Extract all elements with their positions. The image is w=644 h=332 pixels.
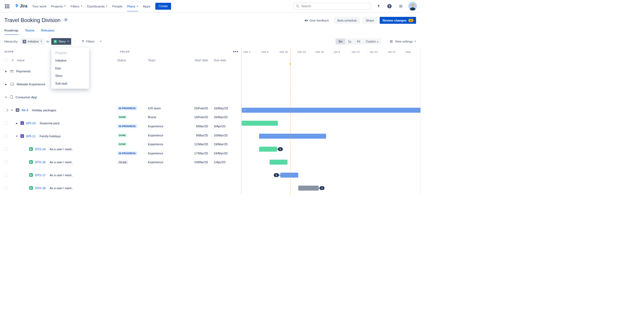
nav-your-work[interactable]: Your work — [32, 1, 47, 12]
zoom-3m[interactable]: 3m — [336, 38, 345, 44]
project-row[interactable]: ▼ Consumer App — [0, 91, 115, 104]
hierarchy-to-select[interactable]: Story ▼ — [51, 38, 71, 44]
hierarchy-from-select[interactable]: Initiative ▼ — [20, 38, 44, 44]
start-date-cell[interactable]: 17/Mar/20 — [180, 152, 212, 155]
team-cell[interactable]: Experience — [148, 152, 180, 155]
expand-icon[interactable]: ▼ — [4, 96, 8, 99]
start-date-cell[interactable]: 25/Feb/20 — [180, 107, 212, 110]
row-checkbox[interactable] — [4, 173, 8, 177]
hierarchy-option-epic[interactable]: Epic — [51, 64, 89, 72]
zoom-1y[interactable]: 1y — [345, 38, 354, 44]
search-input[interactable] — [301, 4, 368, 8]
issue-row[interactable]: STO-16 As a user I want.. — [0, 156, 115, 168]
gantt-bar[interactable] — [298, 186, 319, 191]
plan-settings-icon[interactable] — [64, 18, 68, 23]
start-date-cell[interactable]: 9/Mar/20 — [180, 134, 212, 137]
gantt-bar[interactable] — [259, 147, 277, 152]
hierarchy-option-story[interactable]: Story — [51, 72, 89, 80]
team-cell[interactable]: Experience — [148, 160, 180, 164]
status-lozenge[interactable]: IN PROGRESS — [117, 106, 137, 110]
share-button[interactable]: Share — [363, 17, 377, 24]
notifications-icon[interactable] — [375, 2, 382, 10]
due-date-cell[interactable]: 16/Mar/20 — [213, 115, 241, 119]
row-checkbox[interactable] — [4, 135, 8, 138]
hierarchy-option-sub-task[interactable]: Sub-task — [51, 80, 89, 87]
team-cell[interactable]: Brand — [148, 115, 180, 119]
issue-key[interactable]: INI-4 — [22, 109, 28, 112]
start-date-cell[interactable]: 12/Mar/20 — [180, 143, 212, 146]
row-checkbox[interactable] — [4, 147, 8, 151]
expand-icon[interactable]: ▶ — [4, 70, 8, 73]
status-lozenge[interactable]: DONE — [117, 133, 127, 137]
issue-key[interactable]: EPI-10 — [26, 122, 36, 125]
expand-icon[interactable]: ▼ — [10, 109, 14, 112]
nav-apps[interactable]: Apps — [143, 1, 150, 12]
hierarchy-option-program[interactable]: Program — [51, 49, 89, 57]
tab-teams[interactable]: Teams — [25, 27, 34, 35]
issue-key[interactable]: STO-16 — [35, 160, 46, 164]
due-date-cell[interactable]: 16/May/20 — [213, 107, 241, 110]
row-checkbox[interactable] — [4, 122, 8, 125]
issue-row[interactable]: ▶ EPI-10 Seasonal pack — [0, 117, 115, 130]
nav-filters[interactable]: Filters▼ — [71, 1, 83, 12]
status-lozenge[interactable]: IN PROGRESS — [117, 151, 137, 155]
start-date-cell[interactable]: 24/Mar/20 — [180, 160, 212, 164]
nav-projects[interactable]: Projects▼ — [51, 1, 66, 12]
status-lozenge[interactable]: DONE — [117, 142, 127, 146]
due-date-cell[interactable]: 1/Apr/20 — [213, 160, 241, 164]
zoom-custom[interactable]: Custom ▼ — [363, 38, 382, 44]
zoom-fit[interactable]: Fit — [354, 38, 363, 44]
create-button[interactable]: Create — [155, 3, 171, 10]
expand-icon[interactable]: ▼ — [15, 135, 18, 138]
issue-row[interactable]: 3▼ INI-4 Holiday packages — [0, 104, 115, 117]
search-box[interactable] — [293, 3, 371, 10]
select-all-checkbox[interactable] — [4, 59, 8, 62]
hierarchy-option-initiative[interactable]: Initiative — [51, 57, 89, 64]
user-avatar[interactable] — [408, 2, 417, 10]
nav-dashboards[interactable]: Dashboards▼ — [87, 1, 108, 12]
row-checkbox[interactable] — [4, 109, 8, 112]
view-settings-button[interactable]: View settings ▼ — [389, 38, 416, 45]
help-icon[interactable]: ? — [386, 2, 393, 10]
gantt-bar[interactable] — [280, 173, 298, 178]
issue-row[interactable]: STO-14 As a user I want.. — [0, 143, 115, 156]
due-date-cell[interactable]: 19/Mar/20 — [213, 143, 241, 146]
expand-icon[interactable]: ▶ — [15, 122, 18, 125]
gantt-bar[interactable] — [270, 160, 288, 165]
due-date-cell[interactable]: 16/Mar/20 — [213, 134, 241, 137]
gantt-bar[interactable] — [259, 134, 326, 139]
nav-people[interactable]: People — [112, 1, 123, 12]
team-cell[interactable]: Experience — [148, 125, 180, 128]
issue-row[interactable]: ▼ EPI-11 Family holidays — [0, 130, 115, 143]
start-date-cell[interactable]: 9/Mar/20 — [180, 125, 212, 128]
team-cell[interactable]: iOS team — [148, 107, 180, 110]
issue-key[interactable]: EPI-11 — [26, 135, 36, 138]
filters-button[interactable]: Filters ▼ — [79, 38, 104, 44]
dependency-badge[interactable]: 1 — [274, 173, 279, 177]
nav-plans[interactable]: Plans▼ — [127, 1, 138, 11]
row-checkbox[interactable] — [4, 160, 8, 164]
tab-roadmap[interactable]: Roadmap — [4, 27, 18, 35]
status-lozenge[interactable]: IN PROGRESS — [117, 124, 137, 128]
team-cell[interactable]: Experience — [148, 143, 180, 146]
app-switcher-icon[interactable] — [4, 2, 11, 10]
settings-icon[interactable] — [397, 2, 404, 10]
row-checkbox[interactable] — [4, 186, 8, 190]
jira-logo[interactable]: Jira — [14, 3, 28, 9]
tab-releases[interactable]: Releases — [41, 27, 54, 35]
team-cell[interactable]: Experience — [148, 134, 180, 137]
fields-more-icon[interactable]: ••• — [233, 49, 238, 54]
auto-schedule-button[interactable]: Auto-schedule — [334, 17, 360, 24]
issue-row[interactable]: STO-17 As a user I want.. — [0, 168, 115, 181]
gantt-bar[interactable]: ← — [242, 108, 421, 113]
expand-icon[interactable]: ▶ — [4, 83, 8, 86]
due-date-cell[interactable]: 24/Mar/20 — [213, 152, 241, 155]
issue-key[interactable]: STO-17 — [35, 173, 46, 177]
due-date-cell[interactable]: 3/Apr/20 — [213, 125, 241, 128]
start-date-cell[interactable]: 18/Feb/20 — [180, 115, 212, 119]
review-changes-button[interactable]: Review changes 2 — [380, 17, 416, 24]
issue-key[interactable]: STO-18 — [35, 186, 46, 190]
status-lozenge[interactable]: DONE — [117, 115, 127, 119]
gantt-bar[interactable]: ← — [242, 121, 278, 126]
give-feedback-button[interactable]: Give feedback — [301, 17, 331, 24]
